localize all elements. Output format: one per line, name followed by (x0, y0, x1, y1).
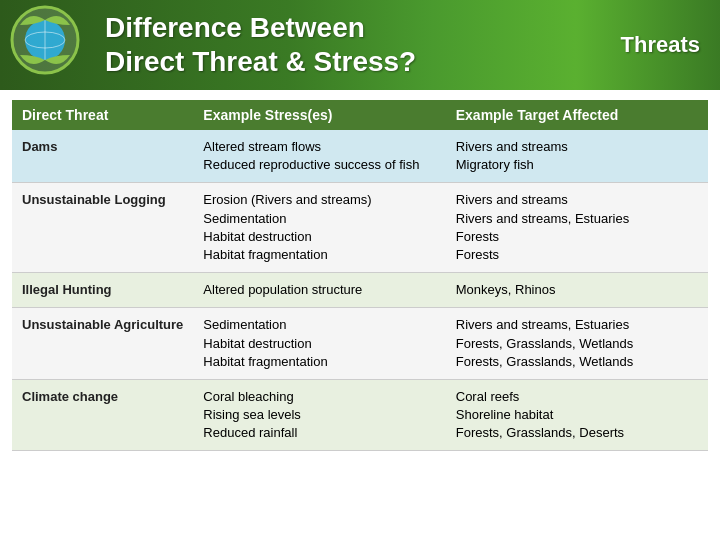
cell-target: Monkeys, Rhinos (446, 273, 708, 308)
table-row: Unsustainable LoggingErosion (Rivers and… (12, 183, 708, 273)
title-line2: Direct Threat & Stress? (105, 45, 621, 79)
table-row: Unsustainable AgricultureSedimentationHa… (12, 308, 708, 380)
cell-target: Rivers and streams, EstuariesForests, Gr… (446, 308, 708, 380)
table-row: Climate changeCoral bleachingRising sea … (12, 379, 708, 451)
page-wrapper: Difference Between Direct Threat & Stres… (0, 0, 720, 540)
title-line1: Difference Between (105, 11, 621, 45)
cell-stress: Altered stream flowsReduced reproductive… (193, 130, 445, 183)
table-row: Illegal HuntingAltered population struct… (12, 273, 708, 308)
header: Difference Between Direct Threat & Stres… (0, 0, 720, 90)
header-label: Threats (621, 32, 720, 58)
col-header-target: Example Target Affected (446, 100, 708, 130)
cell-threat: Dams (12, 130, 193, 183)
cell-threat: Unsustainable Agriculture (12, 308, 193, 380)
cell-threat: Unsustainable Logging (12, 183, 193, 273)
header-logo (10, 5, 90, 85)
col-header-stress: Example Stress(es) (193, 100, 445, 130)
table-container: Direct Threat Example Stress(es) Example… (0, 90, 720, 461)
table-header-row: Direct Threat Example Stress(es) Example… (12, 100, 708, 130)
cell-stress: Altered population structure (193, 273, 445, 308)
cell-stress: Coral bleachingRising sea levelsReduced … (193, 379, 445, 451)
col-header-threat: Direct Threat (12, 100, 193, 130)
cell-stress: SedimentationHabitat destructionHabitat … (193, 308, 445, 380)
cell-target: Coral reefsShoreline habitatForests, Gra… (446, 379, 708, 451)
table-row: DamsAltered stream flowsReduced reproduc… (12, 130, 708, 183)
main-table: Direct Threat Example Stress(es) Example… (12, 100, 708, 451)
cell-threat: Illegal Hunting (12, 273, 193, 308)
cell-target: Rivers and streamsRivers and streams, Es… (446, 183, 708, 273)
cell-stress: Erosion (Rivers and streams)Sedimentatio… (193, 183, 445, 273)
cell-target: Rivers and streamsMigratory fish (446, 130, 708, 183)
header-title: Difference Between Direct Threat & Stres… (105, 11, 621, 78)
cell-threat: Climate change (12, 379, 193, 451)
